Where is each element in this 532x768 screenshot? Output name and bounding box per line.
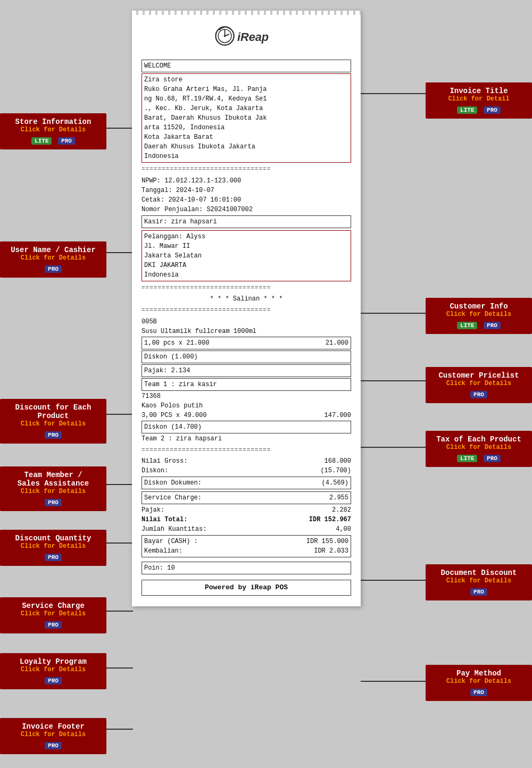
product1-line: 1,00 pcs x 21.000 21.000	[144, 338, 348, 348]
jumlah-kuantitas-line: Jumlah Kuantitas: 4,00	[142, 524, 351, 534]
badge-lite: LITE	[31, 137, 52, 145]
bayar-box: Bayar (CASH) : IDR 155.000 Kembalian: ID…	[142, 535, 351, 557]
svg-text:iReap: iReap	[237, 30, 269, 44]
nilai-gross: 168.000	[325, 456, 351, 466]
invoice-footer-subtitle: Click for Details	[6, 731, 100, 738]
kembalian-line: Kembalian: IDR 2.033	[144, 546, 348, 556]
nomor-penjualan: Nomor Penjualan: S20241007002	[142, 205, 351, 214]
product1-team: Team 1 : zira kasir	[144, 381, 217, 388]
invoice-title-badges: LITE PRO	[432, 105, 526, 114]
customer-box: Pelanggan: Alyss Jl. Mawar II Jakarta Se…	[142, 230, 351, 281]
connector-user-cashier	[106, 252, 133, 253]
connector-service-charge	[106, 611, 133, 612]
label-service-charge[interactable]: Service Charge Click for Details PRO	[0, 597, 106, 633]
divider4: ================================	[142, 446, 351, 455]
product1-qty-price: 1,00 pcs x 21.000	[144, 338, 209, 348]
team-member-sales-badges: PRO	[6, 497, 100, 507]
loyalty-program-subtitle: Click for Details	[6, 666, 100, 673]
connector-pay-method	[361, 681, 426, 682]
badge-pro: PRO	[45, 677, 62, 684]
badge-pro: PRO	[45, 499, 62, 506]
label-invoice-footer[interactable]: Invoice Footer Click for Details PRO	[0, 718, 106, 754]
tax-each-product-title: Tax of Each Product	[432, 435, 526, 444]
badge-pro: PRO	[45, 554, 62, 561]
diskon-line: Diskon: (15.700)	[142, 466, 351, 475]
discount-quantity-subtitle: Click for Details	[6, 542, 100, 550]
user-name-cashier-subtitle: Click for Details	[6, 254, 100, 262]
discount-each-product-title: Discount for Each Product	[6, 403, 100, 420]
pajak-label: Pajak:	[142, 505, 164, 515]
label-loyalty-program[interactable]: Loyalty Program Click for Details PRO	[0, 653, 106, 689]
alamat4: Indonesia	[144, 270, 348, 280]
service-charge: 2.955	[329, 493, 348, 503]
store-information-subtitle: Click for Details	[6, 126, 100, 133]
user-name-cashier-badges: PRO	[6, 264, 100, 273]
label-user-name-cashier[interactable]: User Name / Cashier Click for Details PR…	[0, 241, 106, 278]
connector-team-member	[106, 484, 133, 485]
badge-lite: LITE	[457, 455, 477, 462]
pajak-line: Pajak: 2.282	[142, 505, 351, 515]
footer-text: Powered by iReap POS	[205, 583, 288, 591]
diskon-dokumen-label: Diskon Dokumen:	[144, 478, 202, 488]
badge-pro: PRO	[484, 106, 501, 114]
label-customer-info[interactable]: Customer Info Click for Details LITE PRO	[426, 298, 532, 334]
badge-pro: PRO	[58, 137, 75, 145]
salinan: * * * Salinan * * *	[142, 294, 351, 304]
store-address: Ruko Graha Arteri Mas, Jl. Panja ng No.6…	[144, 85, 348, 161]
product1-pajak: Pajak: 2.134	[144, 367, 190, 374]
team-member-sales-subtitle: Click for Details	[6, 488, 100, 495]
label-discount-quantity[interactable]: Discount Quantity Click for Details PRO	[0, 530, 106, 566]
nilai-gross-label: Nilai Gross:	[142, 456, 187, 466]
product2-name: Kaos Polos putih	[142, 401, 351, 411]
service-charge-title: Service Charge	[6, 602, 100, 610]
product1-qty-box: 1,00 pcs x 21.000 21.000	[142, 337, 351, 349]
badge-pro: PRO	[470, 689, 487, 696]
customer-info-badges: LITE PRO	[432, 320, 526, 330]
connector-customer-info	[361, 313, 426, 314]
pay-method-badges: PRO	[432, 687, 526, 697]
divider3: ================================	[142, 306, 351, 315]
invoice-footer-title: Invoice Footer	[6, 722, 100, 731]
discount-quantity-title: Discount Quantity	[6, 534, 100, 542]
receipt-paper: iReap WELCOME Zira store Ruko Graha Arte…	[132, 11, 361, 606]
footer-box: Powered by iReap POS	[142, 580, 351, 596]
nilai-gross-line: Nilai Gross: 168.000	[142, 456, 351, 466]
label-document-discount[interactable]: Document Discount Click for Details PRO	[426, 564, 532, 600]
discount-quantity-badges: PRO	[6, 552, 100, 562]
jumlah-kuantitas-label: Jumlah Kuantitas:	[142, 524, 206, 534]
diskon-label: Diskon:	[142, 466, 168, 475]
product1-code: 005B	[142, 317, 351, 327]
discount-each-product-badges: PRO	[6, 430, 100, 439]
customer-info-subtitle: Click for Details	[432, 311, 526, 318]
jumlah-kuantitas: 4,00	[336, 524, 351, 534]
svg-point-4	[224, 35, 226, 37]
document-discount-title: Document Discount	[432, 569, 526, 577]
welcome-box: WELCOME	[142, 60, 351, 72]
customer-pricelist-title: Customer Pricelist	[432, 371, 526, 380]
product1-diskon: Diskon (1.000)	[144, 353, 198, 361]
label-team-member-sales[interactable]: Team Member /Sales Assistance Click for …	[0, 466, 106, 511]
label-tax-each-product[interactable]: Tax of Each Product Click for Details LI…	[426, 431, 532, 467]
connector-store-info	[106, 128, 133, 129]
product1-name: Susu Ultamilk fullcream 1000ml	[142, 327, 351, 336]
product2-total: 147.000	[325, 411, 351, 420]
connector-invoice-title	[361, 93, 426, 94]
label-invoice-title[interactable]: Invoice Title Click for Detail LITE PRO	[426, 82, 532, 119]
ireap-logo: iReap	[209, 20, 284, 52]
label-discount-each-product[interactable]: Discount for Each Product Click for Deta…	[0, 399, 106, 444]
customer-pricelist-subtitle: Click for Details	[432, 380, 526, 387]
team-member-sales-title: Team Member /Sales Assistance	[6, 471, 100, 488]
label-store-information[interactable]: Store Information Click for Details LITE…	[0, 113, 106, 149]
alamat2: Jakarta Selatan	[144, 251, 348, 261]
poin-box: Poin: 10	[142, 562, 351, 574]
service-charge-badges: PRO	[6, 620, 100, 629]
service-charge-label: Service Charge:	[144, 493, 202, 503]
label-pay-method[interactable]: Pay Method Click for Details PRO	[426, 665, 532, 701]
label-customer-pricelist[interactable]: Customer Pricelist Click for Details PRO	[426, 367, 532, 403]
product2-team: Team 2 : zira hapsari	[142, 434, 351, 444]
npwp: NPWP: 12.012.123.1-123.000	[142, 176, 351, 186]
badge-pro: PRO	[45, 621, 62, 629]
service-charge-box: Service Charge: 2.955	[142, 491, 351, 504]
connector-invoice-footer	[106, 729, 133, 730]
tanggal: Tanggal: 2024-10-07	[142, 186, 351, 195]
